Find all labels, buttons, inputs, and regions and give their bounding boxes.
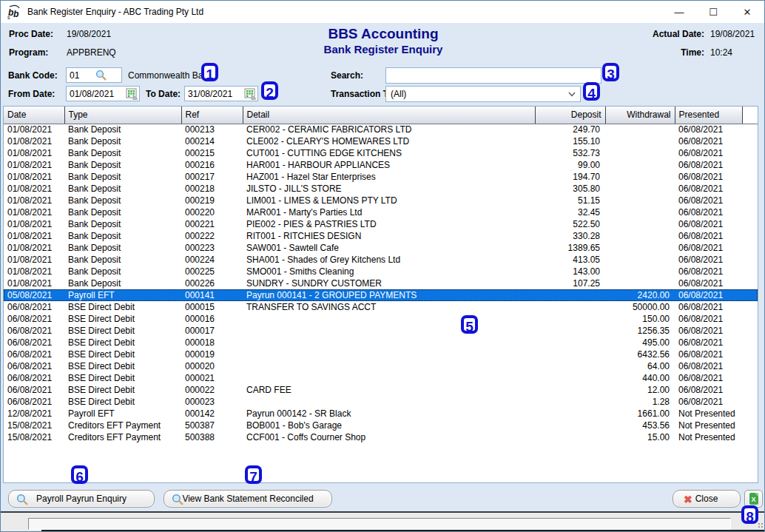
red-cross-icon: ✖: [684, 494, 692, 505]
register-grid[interactable]: DateTypeRefDetailDepositWithdrawalPresen…: [3, 106, 758, 483]
table-row[interactable]: 01/08/2021Bank Deposit000226SUNDRY - SUN…: [4, 277, 758, 289]
title-bar: b b s Bank Register Enquiry - ABC Tradin…: [1, 1, 764, 23]
actual-date-value: 19/08/2021: [710, 29, 758, 39]
time-value: 10:24: [710, 47, 758, 58]
search-icon: [16, 494, 28, 505]
screen-title: Bank Register Enquiry: [1, 43, 765, 55]
table-row[interactable]: 06/08/2021BSE Direct Debit0000196432.560…: [4, 349, 758, 360]
table-row[interactable]: 01/08/2021Bank Deposit000213CER002 - CER…: [4, 124, 758, 135]
bank-code-input[interactable]: [66, 67, 122, 83]
table-row[interactable]: 06/08/2021BSE Direct Debit00002064.0006/…: [4, 360, 758, 372]
callout-3-badge: 3: [602, 63, 619, 81]
svg-text:s: s: [7, 15, 10, 20]
time-label: Time:: [681, 47, 704, 58]
payroll-payrun-enquiry-button[interactable]: Payroll Payrun Enquiry: [8, 490, 155, 508]
table-row[interactable]: 01/08/2021Bank Deposit000214CLE002 - CLE…: [4, 135, 758, 147]
callout-5-badge: 5: [461, 315, 478, 334]
column-header-type[interactable]: Type: [64, 107, 181, 124]
callout-2-badge: 2: [261, 81, 278, 100]
column-header-presented[interactable]: Presented: [675, 107, 742, 124]
column-header-filler: [742, 107, 758, 124]
table-row[interactable]: 01/08/2021Bank Deposit000225SMO001 - Smi…: [4, 266, 758, 277]
table-row[interactable]: 01/08/2021Bank Deposit000216HAR001 - HAR…: [4, 159, 758, 171]
table-row[interactable]: 06/08/2021BSE Direct Debit000016150.0006…: [4, 313, 758, 325]
window-title: Bank Register Enquiry - ABC Trading Pty …: [27, 7, 203, 17]
column-header-deposit[interactable]: Deposit: [535, 107, 605, 124]
calendar-icon[interactable]: [126, 87, 138, 100]
callout-8-badge: 8: [741, 505, 758, 524]
bank-code-label: Bank Code:: [8, 70, 58, 81]
table-row[interactable]: 12/08/2021Payroll EFT000142Payrun 000142…: [4, 408, 758, 420]
proc-date-label: Proc Date:: [9, 29, 53, 39]
table-row[interactable]: 06/08/2021BSE Direct Debit000022CARD FEE…: [4, 384, 758, 396]
table-row[interactable]: 01/08/2021Bank Deposit000215CUT001 - CUT…: [4, 147, 758, 159]
search-input[interactable]: [385, 67, 601, 84]
table-row[interactable]: 06/08/2021BSE Direct Debit0000231.2806/0…: [4, 396, 758, 408]
register-table-body: 01/08/2021Bank Deposit000213CER002 - CER…: [4, 124, 758, 443]
view-bank-statement-reconciled-button[interactable]: View Bank Statement Reconciled: [164, 490, 332, 508]
table-row[interactable]: 01/08/2021Bank Deposit000221PIE002 - PIE…: [4, 218, 758, 230]
actual-date-label: Actual Date:: [653, 29, 704, 39]
to-date-label: To Date:: [146, 89, 181, 99]
proc-date-value: 19/08/2021: [67, 29, 111, 39]
callout-4-badge: 4: [583, 82, 600, 101]
transaction-type-value: (All): [391, 89, 406, 99]
search-icon: [172, 494, 183, 505]
search-icon[interactable]: [95, 70, 107, 81]
table-row[interactable]: 06/08/2021BSE Direct Debit000021440.0006…: [4, 372, 758, 384]
callout-7-badge: 7: [245, 465, 262, 484]
chevron-down-icon: [568, 92, 576, 97]
status-bar: [1, 511, 765, 532]
excel-icon: X: [748, 492, 760, 505]
program-label: Program:: [9, 47, 48, 58]
table-row[interactable]: 01/08/2021Bank Deposit000218JILSTO - JIL…: [4, 183, 758, 195]
column-header-withdrawal[interactable]: Withdrawal: [605, 107, 675, 124]
bbs-logo-icon: b b s: [7, 4, 21, 20]
table-row[interactable]: 06/08/2021BSE Direct Debit000015TRANSFER…: [4, 301, 758, 313]
bank-register-enquiry-window: b b s Bank Register Enquiry - ABC Tradin…: [0, 0, 765, 532]
resize-grip[interactable]: [758, 522, 764, 528]
table-row[interactable]: 01/08/2021Bank Deposit000222RIT001 - RIT…: [4, 230, 758, 242]
maximize-button[interactable]: ☐: [696, 1, 730, 23]
table-row[interactable]: 05/08/2021Payroll EFT000141Payrun 000141…: [4, 289, 758, 301]
transaction-type-select[interactable]: (All): [385, 86, 581, 102]
table-row[interactable]: 15/08/2021Creditors EFT Payment500388CCF…: [4, 431, 758, 443]
table-row[interactable]: 06/08/2021BSE Direct Debit0000171256.350…: [4, 325, 758, 337]
table-row[interactable]: 01/08/2021Bank Deposit000223SAW001 - Saw…: [4, 242, 758, 254]
table-row[interactable]: 01/08/2021Bank Deposit000217HAZ001 - Haz…: [4, 171, 758, 183]
column-header-detail[interactable]: Detail: [243, 107, 535, 124]
table-row[interactable]: 01/08/2021Bank Deposit000219LIM001 - LIM…: [4, 195, 758, 206]
from-date-label: From Date:: [8, 89, 55, 99]
close-window-button[interactable]: ✕: [730, 1, 764, 23]
payroll-payrun-enquiry-label: Payroll Payrun Enquiry: [36, 494, 127, 504]
register-table-head: DateTypeRefDetailDepositWithdrawalPresen…: [4, 107, 758, 124]
app-title: BBS Accounting: [1, 26, 765, 42]
callout-6-badge: 6: [71, 465, 88, 484]
column-header-ref[interactable]: Ref: [181, 107, 243, 124]
table-row[interactable]: 06/08/2021BSE Direct Debit000018495.0006…: [4, 337, 758, 349]
status-field: [28, 518, 731, 530]
close-button[interactable]: ✖ Close: [673, 490, 741, 508]
table-row[interactable]: 01/08/2021Bank Deposit000224SHA001 - Sha…: [4, 254, 758, 266]
search-label: Search:: [331, 70, 363, 81]
svg-text:b: b: [13, 9, 18, 19]
calendar-icon[interactable]: [244, 87, 257, 100]
program-value: APPBRENQ: [67, 47, 116, 58]
callout-1-badge: 1: [201, 63, 218, 81]
bank-name-value: Commonwealth Bank: [128, 70, 212, 81]
minimize-button[interactable]: —: [662, 1, 696, 23]
table-row[interactable]: 15/08/2021Creditors EFT Payment500387BOB…: [4, 420, 758, 431]
close-button-label: Close: [695, 494, 718, 504]
svg-text:X: X: [751, 496, 755, 503]
table-row[interactable]: 01/08/2021Bank Deposit000220MAR001 - Mar…: [4, 206, 758, 218]
column-header-date[interactable]: Date: [4, 107, 64, 124]
view-bank-statement-reconciled-label: View Bank Statement Reconciled: [182, 494, 313, 504]
